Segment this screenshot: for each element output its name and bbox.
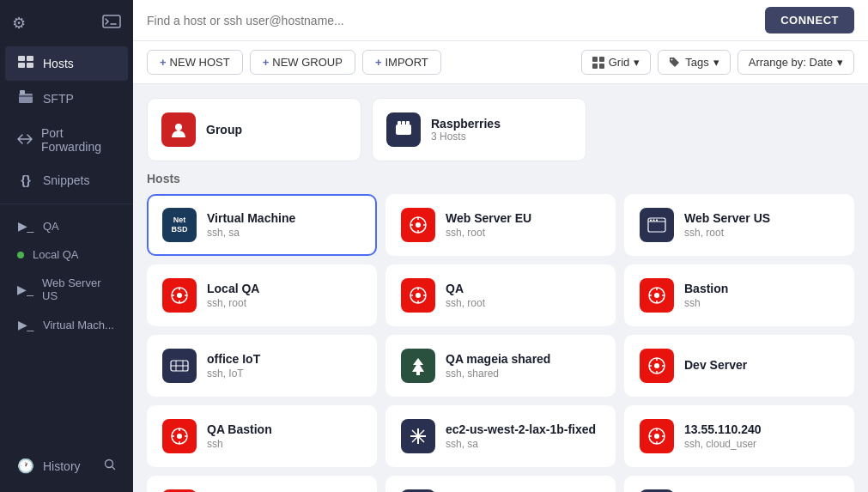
hosts-icon	[17, 56, 34, 71]
office-iot-sub: ssh, IoT	[207, 367, 260, 380]
terminal-icon[interactable]	[102, 15, 121, 32]
svg-rect-28	[656, 220, 658, 222]
dev-server-name: Dev Server	[684, 358, 747, 372]
qa-name: QA	[446, 282, 485, 295]
ec2-fixed-info: ec2-us-west-2-lax-1b-fixed ssh, sa	[446, 422, 596, 450]
new-group-label: NEW GROUP	[272, 56, 343, 69]
host-card-ec2-lax-1b[interactable]: ec2-us-west-2-lax-1b ssh	[624, 476, 854, 492]
sidebar-item-local-qa[interactable]: Local QA	[5, 240, 128, 269]
qa-sub: ssh, root	[446, 297, 485, 309]
svg-rect-2	[27, 56, 33, 61]
svg-rect-8	[592, 57, 598, 62]
new-host-button[interactable]: + NEW HOST	[147, 50, 243, 75]
host-card-ec2-fixed[interactable]: ec2-us-west-2-lax-1b-fixed ssh, sa	[385, 405, 616, 467]
dev-server-info: Dev Server	[684, 358, 747, 374]
svg-rect-9	[599, 57, 604, 62]
office-iot-name: office IoT	[207, 352, 260, 366]
host-card-office-iot[interactable]: office IoT ssh, IoT	[147, 335, 377, 397]
host-card-qa[interactable]: QA ssh, root	[385, 264, 616, 326]
import-button[interactable]: + IMPORT	[362, 50, 441, 75]
raspberries-sub: 3 Hosts	[431, 131, 501, 143]
svg-rect-0	[103, 15, 120, 27]
qa-bastion-name: QA Bastion	[207, 422, 272, 436]
local-qa-name: Local QA	[207, 282, 259, 295]
tags-chevron: ▾	[713, 56, 719, 69]
groups-row: Group Raspberries 3 Hosts	[147, 98, 854, 161]
web-server-us-info: Web Server US ssh, root	[684, 211, 770, 239]
svg-point-30	[177, 293, 182, 298]
svg-rect-51	[416, 372, 420, 375]
sidebar-item-sftp[interactable]: SFTP	[5, 81, 128, 117]
host-card-web-server-eu[interactable]: Web Server EU ssh, root	[385, 194, 616, 256]
qa-mageia-shared-info: QA mageia shared ssh, shared	[446, 352, 550, 380]
svg-rect-3	[18, 63, 25, 68]
13-55-name: 13.55.110.240	[684, 422, 762, 436]
qa-icon	[401, 278, 435, 313]
group-card-0[interactable]: Group	[147, 98, 361, 161]
import-plus: +	[375, 56, 382, 69]
host-card-qa-bastion[interactable]: QA Bastion ssh	[147, 405, 377, 467]
svg-point-69	[654, 434, 659, 439]
qa-bastion-info: QA Bastion ssh	[207, 422, 272, 450]
svg-point-19	[416, 222, 421, 228]
hosts-section-header: Hosts	[147, 172, 854, 185]
bastion-name: Bastion	[684, 282, 728, 295]
qa-mageia-shared-icon	[401, 349, 435, 383]
tags-button[interactable]: Tags ▾	[658, 50, 730, 75]
dev-server-icon	[640, 349, 674, 383]
ec2-fixed-icon	[401, 419, 435, 453]
host-card-52-65[interactable]: 52.65.101.156 ssh, cloud_user	[147, 476, 377, 492]
sidebar-item-hosts[interactable]: Hosts	[5, 46, 128, 81]
sidebar-item-history[interactable]: 🕐 History	[5, 448, 128, 483]
raspberries-name: Raspberries	[431, 117, 501, 131]
sidebar-bottom: 🕐 History	[0, 440, 133, 492]
local-qa-sub: ssh, root	[207, 297, 259, 309]
bastion-info: Bastion ssh	[684, 282, 728, 309]
new-group-button[interactable]: + NEW GROUP	[250, 50, 355, 75]
arrange-button[interactable]: Arrange by: Date ▾	[737, 50, 854, 75]
content-area: Group Raspberries 3 Hosts Hosts	[133, 84, 868, 492]
grid-chevron: ▾	[634, 56, 640, 69]
connect-button[interactable]: CONNECT	[765, 7, 854, 33]
sidebar-item-qa[interactable]: ▶_ QA	[5, 211, 128, 240]
group-card-raspberries[interactable]: Raspberries 3 Hosts	[372, 98, 586, 161]
host-card-13-55[interactable]: 13.55.110.240 ssh, cloud_user	[624, 405, 854, 467]
host-card-ec2-lax-1a[interactable]: ec2-us-west-2-lax-1a ssh, sa	[385, 476, 616, 492]
virtual-machine-info: Virtual Machine ssh, sa	[207, 211, 295, 239]
host-card-virtual-machine[interactable]: NetBSD Virtual Machine ssh, sa	[147, 194, 377, 256]
local-qa-info: Local QA ssh, root	[207, 282, 259, 309]
sidebar-item-local-qa-label: Local QA	[33, 248, 78, 261]
action-bar: + NEW HOST + NEW GROUP + IMPORT Grid ▾ T…	[133, 41, 868, 84]
host-card-bastion[interactable]: Bastion ssh	[624, 264, 854, 326]
sidebar-item-port-forwarding[interactable]: Port Forwarding	[5, 117, 128, 163]
host-card-dev-server[interactable]: Dev Server	[624, 335, 854, 397]
web-server-eu-name: Web Server EU	[446, 211, 531, 225]
group-0-info: Group	[206, 123, 242, 137]
arrange-label: Arrange by: Date	[749, 56, 833, 69]
svg-rect-15	[398, 121, 401, 126]
arrange-chevron: ▾	[837, 56, 843, 69]
qa-terminal-icon: ▶_	[17, 219, 34, 233]
office-iot-info: office IoT ssh, IoT	[207, 352, 260, 380]
web-server-us-icon: ▶_	[17, 282, 33, 296]
sidebar-item-virtual-mach[interactable]: ▶_ Virtual Mach...	[5, 310, 128, 339]
grid-view-button[interactable]: Grid ▾	[581, 50, 652, 75]
settings-icon[interactable]: ⚙	[12, 14, 26, 33]
group-0-icon	[161, 112, 196, 147]
search-history-icon[interactable]	[104, 459, 116, 473]
tags-label: Tags	[685, 56, 708, 69]
local-qa-icon	[162, 278, 197, 313]
web-server-us-sub: ssh, root	[684, 227, 770, 239]
sidebar-item-qa-label: QA	[43, 220, 59, 233]
main-area: CONNECT + NEW HOST + NEW GROUP + IMPORT …	[133, 0, 868, 492]
history-icon: 🕐	[17, 458, 34, 474]
host-card-local-qa[interactable]: Local QA ssh, root	[147, 264, 377, 326]
new-host-plus: +	[160, 56, 167, 69]
host-card-web-server-us[interactable]: Web Server US ssh, root	[624, 194, 854, 256]
sidebar-item-snippets[interactable]: {} Snippets	[5, 163, 128, 197]
search-input[interactable]	[147, 14, 756, 27]
sidebar-item-web-server-us[interactable]: ▶_ Web Server US	[5, 269, 128, 310]
host-card-qa-mageia-shared[interactable]: QA mageia shared ssh, shared	[385, 335, 616, 397]
virtual-machine-sub: ssh, sa	[207, 227, 295, 239]
web-server-us-icon	[640, 208, 674, 242]
